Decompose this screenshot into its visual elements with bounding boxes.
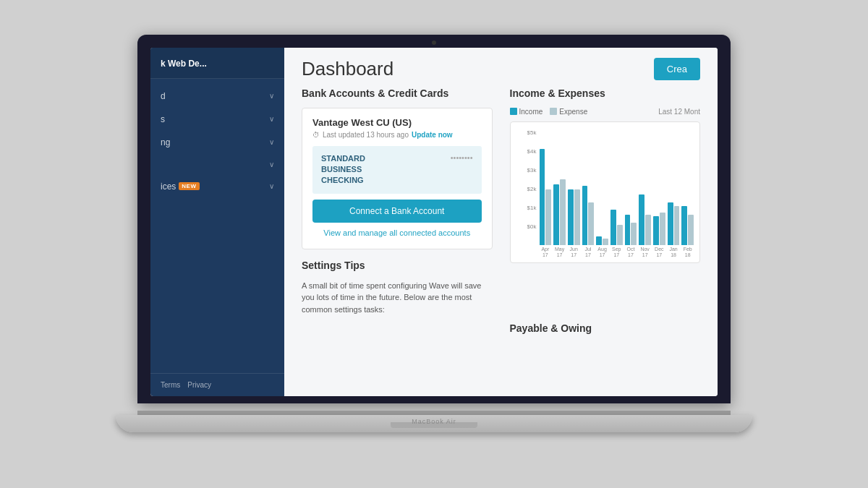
settings-tips-title: Settings Tips (302, 260, 493, 271)
payable-title: Payable & Owing (510, 322, 701, 334)
privacy-link[interactable]: Privacy (187, 381, 211, 389)
sidebar-item-d[interactable]: d ∨ (150, 85, 284, 108)
expense-bar (617, 225, 623, 245)
chevron-icon: ∨ (269, 115, 274, 123)
x-label: Oct17 (625, 247, 637, 259)
y-label-4k: $4k (516, 148, 537, 155)
bar-group (596, 236, 608, 244)
y-label-0k: $0k (516, 223, 537, 230)
y-axis: $5k $4k $3k $2k $1k $0k (516, 129, 537, 231)
chart-container: $5k $4k $3k $2k $1k $0k (510, 121, 701, 264)
expense-bar (574, 189, 580, 245)
x-label: Feb18 (681, 247, 694, 259)
x-label: Aug17 (596, 247, 608, 259)
main-content: Dashboard Crea Bank Accounts & Credit Ca… (284, 48, 718, 396)
settings-tips-text: A small bit of time spent configuring Wa… (302, 280, 493, 316)
income-expenses-title: Income & Expenses (510, 87, 701, 99)
bank-accounts-section: Bank Accounts & Credit Cards Vantage Wes… (302, 87, 493, 257)
app-name: k Web De... (161, 59, 207, 69)
expense-bar (688, 215, 694, 245)
sidebar-item-label: d (161, 91, 166, 101)
connect-bank-button[interactable]: Connect a Bank Account (312, 200, 482, 223)
income-bar (540, 149, 545, 245)
settings-tips-section: Settings Tips A small bit of time spent … (302, 260, 493, 316)
bank-name: Vantage West CU (US) (312, 117, 482, 128)
chevron-icon: ∨ (269, 160, 274, 168)
expense-bar (545, 189, 551, 245)
expense-legend: Expense (550, 108, 587, 116)
bar-group (553, 179, 566, 245)
chart-area: $5k $4k $3k $2k $1k $0k (516, 129, 694, 245)
income-bar (582, 186, 588, 244)
create-button[interactable]: Crea (654, 58, 700, 80)
clock-icon: ⏱ (312, 131, 320, 139)
sidebar-nav: d ∨ s ∨ ng ∨ ∨ (150, 79, 284, 373)
last-updated-text: Last updated 13 hours ago (323, 131, 409, 139)
expense-bar (660, 213, 665, 245)
x-label: Jun17 (568, 247, 580, 259)
x-label: Dec17 (653, 247, 665, 259)
income-legend-label: Income (519, 108, 543, 116)
bar-group (653, 213, 665, 245)
bank-card: Vantage West CU (US) ⏱ Last updated 13 h… (302, 108, 493, 249)
income-bar (681, 206, 687, 244)
chevron-icon: ∨ (269, 182, 274, 190)
income-bar (596, 236, 602, 244)
y-label-5k: $5k (516, 129, 537, 136)
bar-group (639, 194, 651, 245)
income-bar (625, 215, 631, 245)
bar-group (668, 202, 680, 245)
page-title: Dashboard (302, 58, 393, 80)
bar-group (625, 215, 637, 245)
expense-bar (645, 215, 651, 245)
sidebar-item-ices[interactable]: ices NEW ∨ (150, 175, 284, 198)
bar-group (610, 210, 623, 245)
income-expenses-section: Income & Expenses Income Expense (510, 87, 701, 316)
main-header: Dashboard Crea (284, 48, 718, 87)
sidebar: k Web De... d ∨ s ∨ ng ∨ (150, 48, 284, 396)
x-label: Jul17 (582, 247, 595, 259)
account-name: STANDARD BUSINESS CHECKING (321, 153, 365, 187)
expense-bar (603, 239, 608, 244)
sidebar-item-label: s (161, 114, 165, 124)
income-bar (610, 210, 616, 245)
bar-group (582, 186, 595, 244)
sidebar-item-4[interactable]: ∨ (150, 154, 284, 175)
sidebar-item-s[interactable]: s ∨ (150, 108, 284, 131)
chevron-icon: ∨ (269, 92, 274, 100)
chevron-icon: ∨ (269, 138, 274, 146)
terms-link[interactable]: Terms (161, 381, 180, 389)
main-body: Bank Accounts & Credit Cards Vantage Wes… (284, 87, 718, 358)
camera (432, 40, 436, 45)
income-bar (639, 194, 644, 245)
expense-bar (560, 179, 566, 245)
expense-legend-dot (550, 108, 557, 115)
x-labels: Apr17May17Jun17Jul17Aug17Sep17Oct17Nov17… (540, 247, 694, 259)
screen: k Web De... d ∨ s ∨ ng ∨ (150, 48, 718, 396)
sidebar-item-label: ng (161, 137, 170, 147)
bar-group (540, 149, 552, 245)
update-now-link[interactable]: Update now (412, 131, 453, 139)
sidebar-item-ng[interactable]: ng ∨ (150, 131, 284, 154)
income-bar (553, 184, 559, 245)
account-row[interactable]: STANDARD BUSINESS CHECKING •••••••• (312, 146, 482, 194)
view-all-link[interactable]: View and manage all connected accounts (312, 228, 482, 237)
y-label-2k: $2k (516, 186, 537, 192)
chart-timerange: Last 12 Mont (658, 108, 700, 116)
sidebar-item-label: ices (161, 181, 176, 192)
x-label: Nov17 (639, 247, 651, 259)
macbook-label: MacBook Air (412, 418, 456, 425)
y-label-3k: $3k (516, 167, 537, 174)
x-label: May17 (553, 247, 566, 259)
expense-bar (631, 223, 637, 245)
payable-section: Payable & Owing (510, 322, 701, 343)
chart-header: Income Expense Last 12 Mont (510, 108, 701, 116)
x-label: Apr17 (540, 247, 552, 259)
account-balance: •••••••• (451, 153, 473, 162)
screen-bezel: k Web De... d ∨ s ∨ ng ∨ (137, 35, 731, 403)
income-bar (668, 202, 673, 245)
sidebar-header: k Web De... (150, 48, 284, 79)
bar-group (568, 189, 580, 245)
chart-legend: Income Expense (510, 108, 588, 116)
x-label: Sep17 (610, 247, 623, 259)
